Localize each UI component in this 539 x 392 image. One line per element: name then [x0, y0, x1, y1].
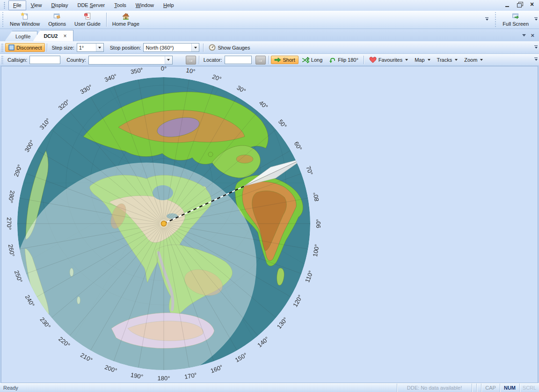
fullscreen-overflow-chevron[interactable] — [533, 11, 539, 29]
callsign-label: Callsign: — [5, 57, 29, 63]
gauge-icon — [209, 44, 216, 51]
menu-item-display[interactable]: Display — [46, 0, 73, 10]
scroll-lock-indicator: SCRL — [519, 384, 539, 392]
flip-icon — [329, 57, 336, 63]
bearing-label: 0° — [161, 66, 167, 72]
country-label: Country: — [64, 57, 88, 63]
tab-logfile[interactable]: Logfile — [5, 31, 37, 41]
toolbar-grip[interactable] — [1, 12, 4, 27]
status-bar: Ready DDE: No data available! CAP NUM SC… — [0, 383, 539, 392]
dde-status-pane: DDE: No data available! — [397, 384, 472, 392]
long-path-button[interactable]: Long — [299, 56, 326, 65]
tab-dcu2[interactable]: DCU2 × — [33, 30, 73, 41]
close-icon[interactable]: × — [529, 1, 535, 8]
locator-input[interactable] — [225, 56, 252, 64]
fullscreen-toolbar-grip[interactable] — [494, 12, 497, 27]
full-screen-icon — [511, 12, 520, 20]
callsign-input[interactable] — [29, 56, 60, 64]
chevron-down-icon — [455, 59, 458, 62]
options-button[interactable]: Options — [44, 11, 70, 29]
user-guide-label: User Guide — [74, 21, 101, 27]
short-path-icon — [274, 57, 281, 63]
disconnect-button[interactable]: Disconnect — [5, 43, 45, 52]
separator — [199, 56, 199, 64]
document-tabstrip: Logfile DCU2 × × — [0, 29, 539, 41]
new-window-button[interactable]: New Window — [6, 11, 44, 29]
menu-bar: FileViewDisplayDDE ServerToolsWindowHelp… — [0, 0, 539, 11]
rotor-toolbar-grip[interactable] — [1, 44, 4, 52]
locator-go-button[interactable]: → — [255, 56, 266, 65]
separator — [364, 56, 364, 64]
azimuthal-map-canvas[interactable]: 0°10°20°30°40°50°60°70°80°90°100°110°120… — [1, 66, 538, 383]
lookup-toolbar-grip[interactable] — [1, 56, 4, 64]
tab-logfile-label: Logfile — [15, 34, 30, 39]
restore-icon[interactable] — [517, 1, 523, 8]
full-screen-label: Full Screen — [503, 21, 529, 27]
chevron-down-icon — [480, 59, 483, 62]
new-window-label: New Window — [10, 21, 40, 27]
flip-180-label: Flip 180° — [338, 57, 358, 63]
minimize-icon[interactable] — [504, 1, 511, 8]
lookup-toolbar: Callsign: Country: → Locator: → Short Lo… — [0, 54, 539, 66]
long-path-icon — [302, 57, 309, 63]
country-combo[interactable] — [88, 56, 173, 65]
menu-item-help[interactable]: Help — [159, 0, 179, 10]
user-guide-button[interactable]: User Guide — [70, 11, 105, 29]
favourites-menu-button[interactable]: Favourites — [366, 55, 411, 65]
row-overflow-chevron[interactable] — [533, 58, 539, 62]
home-page-button[interactable]: Home Page — [108, 11, 144, 29]
show-gauges-button[interactable]: Show Gauges — [205, 43, 253, 52]
heart-icon — [369, 57, 377, 63]
options-label: Options — [48, 21, 66, 27]
tab-dcu2-label: DCU2 — [44, 33, 58, 39]
status-pane — [472, 384, 476, 392]
toolbar-overflow-chevron[interactable] — [484, 11, 490, 29]
tabstrip-close-icon[interactable]: × — [531, 33, 534, 38]
short-path-button[interactable]: Short — [271, 56, 299, 64]
bearing-label: 270° — [6, 218, 13, 230]
separator — [203, 44, 204, 52]
map-menu-button[interactable]: Map — [411, 56, 433, 64]
tracks-menu-button[interactable]: Tracks — [434, 56, 461, 64]
chevron-down-icon[interactable] — [191, 44, 199, 51]
full-screen-button[interactable]: Full Screen — [498, 11, 533, 29]
bearing-label: 90° — [315, 219, 322, 228]
tab-list-dropdown-icon[interactable] — [522, 34, 526, 38]
menu-items: FileViewDisplayDDE ServerToolsWindowHelp — [8, 0, 179, 10]
menu-grip — [4, 2, 6, 9]
application-window: FileViewDisplayDDE ServerToolsWindowHelp… — [0, 0, 539, 392]
zoom-menu-button[interactable]: Zoom — [461, 56, 486, 64]
favourites-label: Favourites — [379, 57, 402, 63]
stop-position-combo[interactable]: North (360°) — [143, 43, 199, 52]
map-label: Map — [415, 57, 424, 63]
chevron-down-icon[interactable] — [165, 56, 172, 64]
window-controls: × — [504, 1, 535, 8]
new-window-icon — [21, 12, 29, 20]
row-overflow-chevron[interactable] — [533, 45, 539, 50]
chevron-down-icon — [428, 59, 430, 62]
menu-item-dde-server[interactable]: DDE Server — [73, 0, 109, 10]
num-lock-indicator: NUM — [500, 384, 519, 392]
chevron-down-icon[interactable] — [96, 44, 103, 51]
step-size-label: Step size: — [49, 45, 76, 51]
short-path-label: Short — [283, 57, 295, 63]
status-pane — [476, 384, 481, 392]
menu-item-file[interactable]: File — [8, 0, 26, 10]
flip-180-button[interactable]: Flip 180° — [326, 56, 362, 65]
pdf-document-icon — [83, 12, 92, 20]
qth-center-marker — [161, 221, 167, 226]
menu-item-view[interactable]: View — [26, 0, 47, 10]
rotor-control-toolbar: Disconnect Step size: 1° Stop position: … — [0, 41, 539, 54]
long-path-label: Long — [311, 57, 322, 63]
country-go-button[interactable]: → — [186, 56, 196, 65]
right-arrow-icon: → — [188, 57, 194, 63]
menu-item-tools[interactable]: Tools — [109, 0, 131, 10]
chevron-down-icon — [405, 59, 408, 62]
menu-item-window[interactable]: Window — [131, 0, 159, 10]
tab-close-icon[interactable]: × — [63, 34, 66, 38]
home-icon — [122, 12, 130, 20]
main-toolbar: New Window Options User Guide — [0, 11, 539, 29]
caps-lock-indicator: CAP — [481, 384, 500, 392]
step-size-combo[interactable]: 1° — [77, 43, 104, 52]
right-arrow-icon: → — [258, 57, 263, 63]
